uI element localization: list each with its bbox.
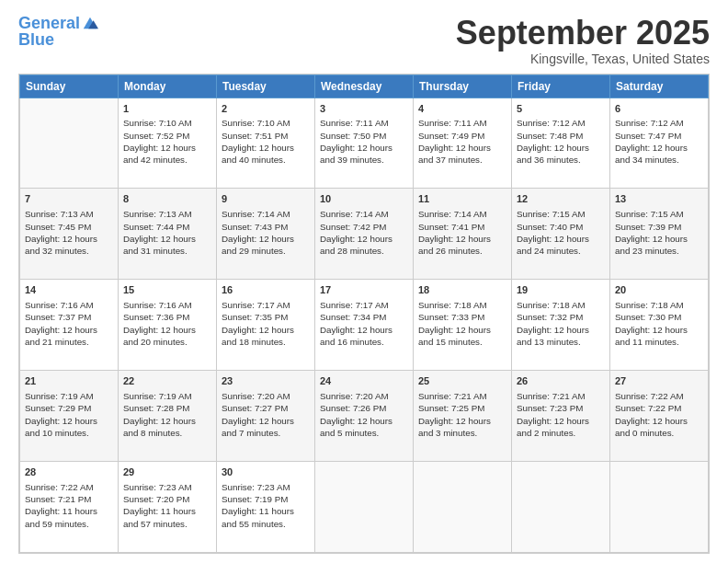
sunset-text: Sunset: 7:34 PM <box>320 311 408 323</box>
daylight-text: Daylight: 12 hours and 21 minutes. <box>25 324 113 348</box>
sunset-text: Sunset: 7:36 PM <box>123 311 211 323</box>
day-number: 5 <box>517 102 605 116</box>
daylight-text: Daylight: 12 hours and 31 minutes. <box>123 233 211 257</box>
day-number: 22 <box>123 374 211 388</box>
daylight-text: Daylight: 12 hours and 2 minutes. <box>517 415 605 439</box>
sunset-text: Sunset: 7:51 PM <box>222 130 310 142</box>
sunrise-text: Sunrise: 7:13 AM <box>123 208 211 220</box>
sunset-text: Sunset: 7:40 PM <box>517 221 605 233</box>
col-tuesday: Tuesday <box>217 75 315 98</box>
sunrise-text: Sunrise: 7:22 AM <box>25 481 113 493</box>
daylight-text: Daylight: 12 hours and 13 minutes. <box>517 324 605 348</box>
sunrise-text: Sunrise: 7:10 AM <box>222 117 310 129</box>
daylight-text: Daylight: 12 hours and 3 minutes. <box>418 415 506 439</box>
calendar-table: Sunday Monday Tuesday Wednesday Thursday… <box>19 75 709 553</box>
week-row: 1Sunrise: 7:10 AMSunset: 7:52 PMDaylight… <box>20 98 709 189</box>
calendar-cell: 20Sunrise: 7:18 AMSunset: 7:30 PMDayligh… <box>610 280 709 371</box>
sunrise-text: Sunrise: 7:21 AM <box>418 390 506 402</box>
sunrise-text: Sunrise: 7:18 AM <box>615 299 703 311</box>
day-number: 27 <box>615 374 703 388</box>
day-number: 9 <box>222 192 310 206</box>
daylight-text: Daylight: 12 hours and 42 minutes. <box>123 142 211 166</box>
daylight-text: Daylight: 12 hours and 5 minutes. <box>320 415 408 439</box>
calendar-cell: 28Sunrise: 7:22 AMSunset: 7:21 PMDayligh… <box>20 462 119 553</box>
sunrise-text: Sunrise: 7:10 AM <box>123 117 211 129</box>
day-number: 4 <box>418 102 506 116</box>
sunset-text: Sunset: 7:21 PM <box>25 493 113 505</box>
day-number: 30 <box>222 465 310 479</box>
header: General Blue September 2025 Kingsville, … <box>18 15 710 66</box>
sunrise-text: Sunrise: 7:12 AM <box>517 117 605 129</box>
calendar-cell: 12Sunrise: 7:15 AMSunset: 7:40 PMDayligh… <box>512 189 610 280</box>
daylight-text: Daylight: 12 hours and 29 minutes. <box>222 233 310 257</box>
sunrise-text: Sunrise: 7:20 AM <box>320 390 408 402</box>
calendar-cell: 18Sunrise: 7:18 AMSunset: 7:33 PMDayligh… <box>414 280 512 371</box>
title-block: September 2025 Kingsville, Texas, United… <box>456 15 710 66</box>
daylight-text: Daylight: 12 hours and 24 minutes. <box>517 233 605 257</box>
day-number: 15 <box>123 283 211 297</box>
sunset-text: Sunset: 7:43 PM <box>222 221 310 233</box>
sunrise-text: Sunrise: 7:14 AM <box>418 208 506 220</box>
calendar-cell <box>610 462 709 553</box>
calendar-cell: 26Sunrise: 7:21 AMSunset: 7:23 PMDayligh… <box>512 371 610 462</box>
daylight-text: Daylight: 12 hours and 0 minutes. <box>615 415 703 439</box>
day-number: 16 <box>222 283 310 297</box>
col-saturday: Saturday <box>610 75 709 98</box>
sunset-text: Sunset: 7:25 PM <box>418 402 506 414</box>
sunset-text: Sunset: 7:39 PM <box>615 221 703 233</box>
week-row: 28Sunrise: 7:22 AMSunset: 7:21 PMDayligh… <box>20 462 709 553</box>
day-number: 3 <box>320 102 408 116</box>
calendar-cell: 17Sunrise: 7:17 AMSunset: 7:34 PMDayligh… <box>315 280 414 371</box>
day-number: 19 <box>517 283 605 297</box>
week-row: 14Sunrise: 7:16 AMSunset: 7:37 PMDayligh… <box>20 280 709 371</box>
logo: General Blue <box>18 15 98 50</box>
calendar-cell <box>315 462 414 553</box>
daylight-text: Daylight: 12 hours and 32 minutes. <box>25 233 113 257</box>
sunset-text: Sunset: 7:26 PM <box>320 402 408 414</box>
day-number: 29 <box>123 465 211 479</box>
day-number: 8 <box>123 192 211 206</box>
calendar-header: Sunday Monday Tuesday Wednesday Thursday… <box>20 75 709 98</box>
day-number: 24 <box>320 374 408 388</box>
calendar-cell: 13Sunrise: 7:15 AMSunset: 7:39 PMDayligh… <box>610 189 709 280</box>
sunrise-text: Sunrise: 7:16 AM <box>25 299 113 311</box>
daylight-text: Daylight: 12 hours and 26 minutes. <box>418 233 506 257</box>
sunset-text: Sunset: 7:52 PM <box>123 130 211 142</box>
col-friday: Friday <box>512 75 610 98</box>
calendar-cell: 23Sunrise: 7:20 AMSunset: 7:27 PMDayligh… <box>217 371 315 462</box>
daylight-text: Daylight: 12 hours and 37 minutes. <box>418 142 506 166</box>
day-number: 2 <box>222 102 310 116</box>
calendar-cell: 11Sunrise: 7:14 AMSunset: 7:41 PMDayligh… <box>414 189 512 280</box>
day-number: 1 <box>123 102 211 116</box>
calendar-cell: 8Sunrise: 7:13 AMSunset: 7:44 PMDaylight… <box>119 189 217 280</box>
sunrise-text: Sunrise: 7:14 AM <box>222 208 310 220</box>
sunrise-text: Sunrise: 7:11 AM <box>320 117 408 129</box>
calendar-cell: 9Sunrise: 7:14 AMSunset: 7:43 PMDaylight… <box>217 189 315 280</box>
calendar-cell <box>20 98 119 189</box>
calendar-cell: 19Sunrise: 7:18 AMSunset: 7:32 PMDayligh… <box>512 280 610 371</box>
calendar-cell: 1Sunrise: 7:10 AMSunset: 7:52 PMDaylight… <box>119 98 217 189</box>
calendar-cell <box>414 462 512 553</box>
daylight-text: Daylight: 12 hours and 8 minutes. <box>123 415 211 439</box>
sunrise-text: Sunrise: 7:19 AM <box>25 390 113 402</box>
sunrise-text: Sunrise: 7:22 AM <box>615 390 703 402</box>
calendar-cell: 5Sunrise: 7:12 AMSunset: 7:48 PMDaylight… <box>512 98 610 189</box>
sunrise-text: Sunrise: 7:17 AM <box>222 299 310 311</box>
sunset-text: Sunset: 7:49 PM <box>418 130 506 142</box>
day-number: 20 <box>615 283 703 297</box>
col-thursday: Thursday <box>414 75 512 98</box>
calendar-cell: 27Sunrise: 7:22 AMSunset: 7:22 PMDayligh… <box>610 371 709 462</box>
sunrise-text: Sunrise: 7:12 AM <box>615 117 703 129</box>
day-number: 18 <box>418 283 506 297</box>
day-number: 14 <box>25 283 113 297</box>
sunrise-text: Sunrise: 7:16 AM <box>123 299 211 311</box>
calendar-body: 1Sunrise: 7:10 AMSunset: 7:52 PMDaylight… <box>20 98 709 552</box>
day-number: 6 <box>615 102 703 116</box>
sunrise-text: Sunrise: 7:14 AM <box>320 208 408 220</box>
week-row: 21Sunrise: 7:19 AMSunset: 7:29 PMDayligh… <box>20 371 709 462</box>
sunrise-text: Sunrise: 7:23 AM <box>123 481 211 493</box>
day-number: 11 <box>418 192 506 206</box>
calendar-cell: 29Sunrise: 7:23 AMSunset: 7:20 PMDayligh… <box>119 462 217 553</box>
sunset-text: Sunset: 7:28 PM <box>123 402 211 414</box>
daylight-text: Daylight: 12 hours and 7 minutes. <box>222 415 310 439</box>
